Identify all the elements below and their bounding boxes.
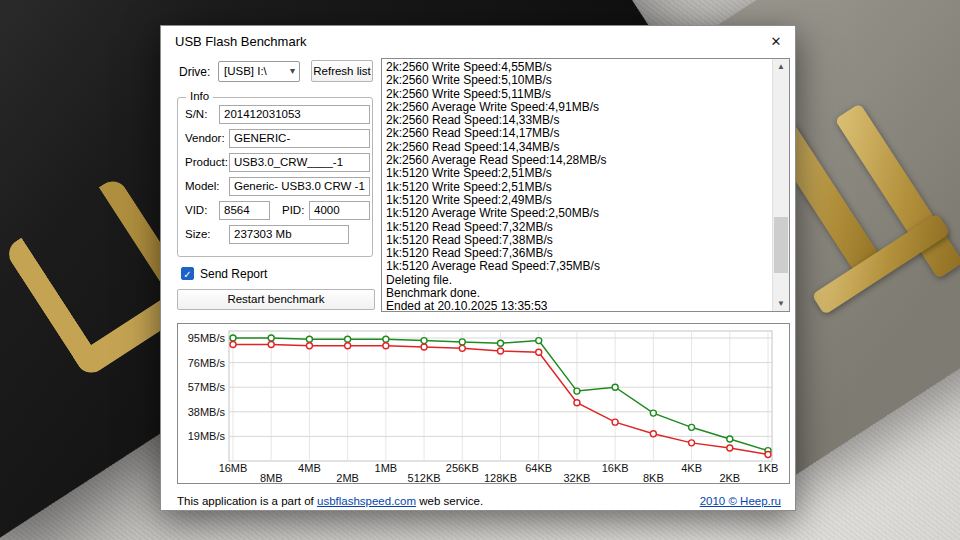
scrollbar-thumb[interactable]	[774, 217, 788, 273]
drive-select[interactable]: [USB] I:\ ▾	[218, 61, 300, 82]
product-field[interactable]: USB3.0_CRW____-1	[229, 153, 370, 172]
drive-selected-value: [USB] I:\	[224, 65, 267, 77]
log-line: 1k:5120 Read Speed:7,36MB/s	[386, 247, 769, 260]
log-line: 1k:5120 Average Read Speed:7,35MB/s	[386, 260, 769, 273]
info-legend: Info	[186, 90, 213, 102]
pid-field[interactable]: 4000	[309, 201, 370, 220]
chart-panel: 95MB/s76MB/s57MB/s38MB/s19MB/s16MB8MB4MB…	[177, 323, 790, 484]
log-line: 2k:2560 Average Write Speed:4,91MB/s	[386, 101, 769, 114]
footer-text-prefix: This application is a part of	[177, 495, 317, 507]
log-line: 2k:2560 Read Speed:14,17MB/s	[386, 127, 769, 140]
vendor-field[interactable]: GENERIC-	[229, 129, 370, 148]
scroll-up-icon[interactable]: ▲	[773, 59, 789, 74]
checkbox-checked-icon: ✓	[181, 267, 194, 280]
log-line: Ended at 20.10.2025 13:35:53	[386, 300, 769, 312]
sn-field[interactable]: 201412031053	[219, 105, 370, 124]
svg-text:4KB: 4KB	[681, 462, 702, 474]
log-line: 2k:2560 Read Speed:14,34MB/s	[386, 141, 769, 154]
model-field[interactable]: Generic- USB3.0 CRW -1	[229, 177, 370, 196]
send-report-label: Send Report	[200, 267, 267, 281]
log-output[interactable]: 2k:2560 Write Speed:4,55MB/s2k:2560 Writ…	[381, 58, 790, 312]
log-lines: 2k:2560 Write Speed:4,55MB/s2k:2560 Writ…	[386, 61, 769, 312]
svg-text:19MB/s: 19MB/s	[188, 430, 226, 442]
svg-text:38MB/s: 38MB/s	[188, 406, 226, 418]
svg-text:95MB/s: 95MB/s	[188, 332, 226, 344]
benchmark-chart: 95MB/s76MB/s57MB/s38MB/s19MB/s16MB8MB4MB…	[178, 324, 789, 483]
svg-text:64KB: 64KB	[525, 462, 552, 474]
close-icon: ✕	[771, 34, 782, 49]
usbflashspeed-link[interactable]: usbflashspeed.com	[317, 495, 416, 507]
sn-label: S/N:	[185, 108, 207, 120]
log-line: 1k:5120 Write Speed:2,49MB/s	[386, 194, 769, 207]
svg-text:57MB/s: 57MB/s	[188, 381, 226, 393]
chevron-down-icon: ▾	[290, 65, 295, 76]
log-line: Benchmark done.	[386, 287, 769, 300]
close-button[interactable]: ✕	[767, 33, 785, 51]
size-label: Size:	[185, 228, 211, 240]
svg-text:128KB: 128KB	[484, 472, 517, 483]
window-title: USB Flash Benchmark	[175, 34, 307, 49]
model-label: Model:	[185, 180, 220, 192]
footer-text-suffix: web service.	[416, 495, 483, 507]
log-line: 2k:2560 Average Read Speed:14,28MB/s	[386, 154, 769, 167]
usb-flash-benchmark-window: USB Flash Benchmark ✕ Drive: [USB] I:\ ▾…	[160, 25, 796, 511]
svg-text:256KB: 256KB	[446, 462, 479, 474]
log-line: 2k:2560 Write Speed:5,11MB/s	[386, 88, 769, 101]
svg-text:16MB: 16MB	[219, 462, 248, 474]
refresh-list-button[interactable]: Refresh list	[311, 60, 373, 82]
log-line: Deleting file.	[386, 274, 769, 287]
svg-text:8MB: 8MB	[260, 472, 283, 483]
svg-text:16KB: 16KB	[602, 462, 629, 474]
log-line: 1k:5120 Read Speed:7,38MB/s	[386, 234, 769, 247]
info-groupbox: Info S/N: 201412031053 Vendor: GENERIC- …	[177, 97, 373, 257]
heep-link[interactable]: 2010 © Heep.ru	[700, 495, 781, 507]
log-line: 1k:5120 Write Speed:2,51MB/s	[386, 167, 769, 180]
svg-text:2MB: 2MB	[336, 472, 359, 483]
svg-text:1MB: 1MB	[375, 462, 398, 474]
svg-text:512KB: 512KB	[408, 472, 441, 483]
footer: This application is a part of usbflashsp…	[177, 495, 781, 513]
size-field[interactable]: 237303 Mb	[229, 225, 349, 244]
svg-text:2KB: 2KB	[719, 472, 740, 483]
drive-label: Drive:	[179, 65, 210, 79]
titlebar: USB Flash Benchmark ✕	[161, 26, 795, 56]
log-scrollbar[interactable]: ▲ ▼	[772, 59, 789, 311]
scroll-down-icon[interactable]: ▼	[773, 296, 789, 311]
svg-text:1KB: 1KB	[758, 462, 779, 474]
svg-text:8KB: 8KB	[643, 472, 664, 483]
log-line: 2k:2560 Read Speed:14,33MB/s	[386, 114, 769, 127]
log-line: 1k:5120 Average Write Speed:2,50MB/s	[386, 207, 769, 220]
vendor-label: Vendor:	[185, 132, 225, 144]
svg-text:76MB/s: 76MB/s	[188, 357, 226, 369]
vid-field[interactable]: 8564	[219, 201, 270, 220]
log-line: 2k:2560 Write Speed:5,10MB/s	[386, 74, 769, 87]
svg-text:32KB: 32KB	[563, 472, 590, 483]
vid-label: VID:	[185, 204, 207, 216]
svg-text:4MB: 4MB	[298, 462, 321, 474]
product-label: Product:	[185, 156, 228, 168]
log-line: 1k:5120 Read Speed:7,32MB/s	[386, 221, 769, 234]
log-line: 2k:2560 Write Speed:4,55MB/s	[386, 61, 769, 74]
pid-label: PID:	[282, 204, 304, 216]
log-line: 1k:5120 Write Speed:2,51MB/s	[386, 181, 769, 194]
restart-benchmark-button[interactable]: Restart benchmark	[177, 289, 375, 310]
